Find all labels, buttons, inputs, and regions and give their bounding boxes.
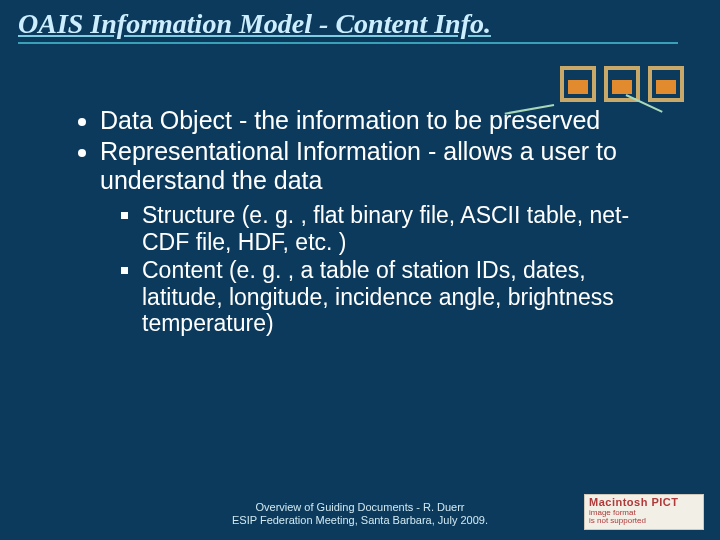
thumbnail-inner-icon <box>612 80 632 94</box>
bullet-item: Representational Information - allows a … <box>100 137 660 337</box>
bullet-list: Data Object - the information to be pres… <box>60 106 660 336</box>
bullet-item: Data Object - the information to be pres… <box>100 106 660 135</box>
thumbnail-icon <box>648 66 684 102</box>
thumbnail-inner-icon <box>656 80 676 94</box>
thumbnail-icon <box>604 66 640 102</box>
badge-line1: Macintosh PICT <box>589 497 699 509</box>
thumbnail-inner-icon <box>568 80 588 94</box>
thumbnail-icon <box>560 66 596 102</box>
slide-title: OAIS Information Model - Content Info. <box>18 8 702 40</box>
sub-bullet-item: Content (e. g. , a table of station IDs,… <box>142 257 660 336</box>
title-underline <box>18 42 678 44</box>
title-area: OAIS Information Model - Content Info. <box>0 0 720 46</box>
pict-not-supported-badge: Macintosh PICT image format is not suppo… <box>584 494 704 530</box>
sub-bullet-list: Structure (e. g. , flat binary file, ASC… <box>100 202 660 336</box>
slide: OAIS Information Model - Content Info. D… <box>0 0 720 540</box>
sub-bullet-item: Structure (e. g. , flat binary file, ASC… <box>142 202 660 255</box>
thumbnails-graphic <box>560 58 690 110</box>
badge-line3: is not supported <box>589 517 699 525</box>
bullet-text: Representational Information - allows a … <box>100 137 617 194</box>
